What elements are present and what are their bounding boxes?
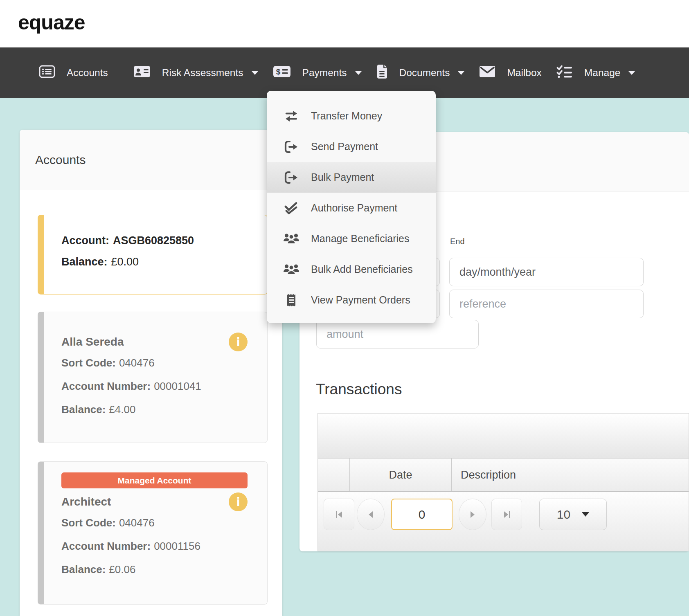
transactions-table-header: Date Description: [318, 459, 689, 492]
balance-value: £0.00: [111, 256, 139, 268]
account-number-value: 00001156: [154, 540, 200, 552]
last-page-icon: [502, 510, 511, 519]
chevron-down-icon: [252, 71, 258, 75]
nav-item-mailbox[interactable]: Mailbox: [479, 65, 541, 80]
transactions-toolbar: [318, 414, 689, 459]
balance-value: £4.00: [109, 403, 135, 416]
send-payment-icon: [282, 171, 300, 184]
account-number-line: Account:ASGB60825850: [61, 230, 248, 251]
previous-page-icon: [367, 510, 375, 519]
account-label: Account:: [61, 234, 109, 247]
nav-item-accounts[interactable]: Accounts: [39, 65, 108, 81]
menu-item-transfer-money[interactable]: Transfer Money: [267, 101, 436, 131]
sort-code-value: 040476: [119, 357, 155, 369]
amount-filter-input[interactable]: [316, 320, 479, 348]
nav-item-documents[interactable]: Documents: [376, 65, 465, 81]
menu-item-view-payment-orders[interactable]: View Payment Orders: [267, 285, 436, 315]
page-size-select[interactable]: 10: [539, 499, 607, 530]
users-icon: [282, 232, 300, 245]
account-card-architect[interactable]: Managed Account Architect i Sort Code:04…: [38, 461, 268, 605]
menu-item-bulk-add-beneficiaries[interactable]: Bulk Add Beneficiaries: [267, 254, 436, 285]
column-header-blank: [318, 459, 350, 491]
transactions-title: Transactions: [316, 381, 402, 398]
accounts-panel-body: Account:ASGB60825850 Balance:£0.00 Alla …: [20, 190, 282, 605]
top-bar: equaze: [0, 0, 689, 47]
nav-label: Risk Assessments: [162, 67, 243, 79]
previous-page-button[interactable]: [357, 499, 385, 530]
double-check-icon: [282, 202, 300, 214]
balance-line: Balance:£0.06: [61, 558, 248, 581]
chevron-down-icon: [628, 71, 635, 75]
menu-item-label: Manage Beneficiaries: [311, 233, 409, 245]
sort-code-label: Sort Code:: [61, 357, 116, 369]
page-number-input[interactable]: [391, 499, 453, 530]
balance-line: Balance:£4.00: [61, 398, 248, 421]
reference-filter-input[interactable]: [449, 290, 644, 318]
nav-item-payments[interactable]: $ Payments: [273, 65, 362, 80]
menu-item-send-payment[interactable]: Send Payment: [267, 131, 436, 162]
balance-label: Balance:: [61, 563, 106, 576]
chevron-down-icon: [355, 71, 362, 75]
menu-item-manage-beneficiaries[interactable]: Manage Beneficiaries: [267, 223, 436, 254]
send-payment-icon: [282, 140, 300, 153]
nav-item-risk-assessments[interactable]: Risk Assessments: [133, 65, 258, 81]
nav-label: Mailbox: [507, 67, 541, 79]
users-icon: [282, 263, 300, 276]
file-icon: [376, 65, 388, 81]
menu-item-label: Bulk Payment: [311, 171, 374, 183]
next-page-button[interactable]: [459, 499, 486, 530]
last-page-button[interactable]: [491, 499, 522, 530]
accounts-panel: Accounts Account:ASGB60825850 Balance:£0…: [20, 130, 282, 616]
account-number-label: Account Number:: [61, 380, 151, 392]
account-card-primary[interactable]: Account:ASGB60825850 Balance:£0.00: [38, 215, 268, 295]
nav-label: Accounts: [67, 67, 108, 79]
sort-code-line: Sort Code:040476: [61, 511, 248, 535]
chevron-down-icon: [582, 512, 589, 517]
page-size-value: 10: [557, 508, 570, 522]
accounts-panel-header: Accounts: [20, 130, 282, 190]
nav-item-manage[interactable]: Manage: [556, 65, 635, 81]
info-icon[interactable]: i: [229, 333, 248, 351]
column-header-description[interactable]: Description: [452, 459, 689, 491]
account-number-label: Account Number:: [61, 540, 151, 552]
menu-item-label: Transfer Money: [311, 110, 382, 122]
envelope-icon: [479, 65, 495, 80]
page-title: Accounts: [35, 153, 86, 167]
first-page-button[interactable]: [324, 499, 354, 530]
sort-code-label: Sort Code:: [61, 517, 116, 529]
balance-label: Balance:: [61, 403, 106, 416]
sort-code-value: 040476: [119, 517, 155, 529]
account-number-line: Account Number:00001156: [61, 535, 248, 558]
svg-text:$: $: [276, 67, 280, 76]
nav-label: Payments: [302, 67, 347, 79]
end-date-input[interactable]: [449, 258, 644, 286]
logo[interactable]: equaze: [18, 11, 85, 34]
payments-dropdown-menu: Transfer Money Send Payment Bulk Payment…: [267, 91, 436, 323]
transfer-icon: [282, 110, 300, 122]
next-page-icon: [468, 510, 477, 519]
list-check-icon: [556, 65, 573, 81]
menu-item-label: Authorise Payment: [311, 202, 397, 214]
managed-account-badge: Managed Account: [61, 472, 248, 488]
account-name: Alla Sereda: [61, 335, 124, 348]
nav-label: Manage: [584, 67, 621, 79]
account-value: ASGB60825850: [113, 234, 194, 247]
receipt-icon: [282, 293, 300, 307]
account-number-value: 00001041: [154, 380, 201, 392]
menu-item-bulk-payment[interactable]: Bulk Payment: [267, 162, 436, 193]
money-check-icon: $: [273, 65, 291, 80]
column-header-date[interactable]: Date: [350, 459, 452, 491]
account-name: Architect: [61, 495, 111, 508]
menu-item-label: Bulk Add Beneficiaries: [311, 263, 413, 275]
balance-value: £0.06: [109, 563, 135, 576]
transactions-table: Date Description 10: [317, 413, 689, 551]
info-icon[interactable]: i: [229, 492, 248, 511]
id-card-icon: [133, 65, 151, 81]
nav-label: Documents: [399, 67, 450, 79]
pagination-bar: 10: [318, 492, 689, 551]
account-card-alla-sereda[interactable]: Alla Sereda i Sort Code:040476 Account N…: [38, 312, 268, 443]
chevron-down-icon: [458, 71, 464, 75]
account-balance-line: Balance:£0.00: [61, 251, 248, 272]
menu-item-authorise-payment[interactable]: Authorise Payment: [267, 193, 436, 223]
menu-item-label: View Payment Orders: [311, 294, 410, 306]
